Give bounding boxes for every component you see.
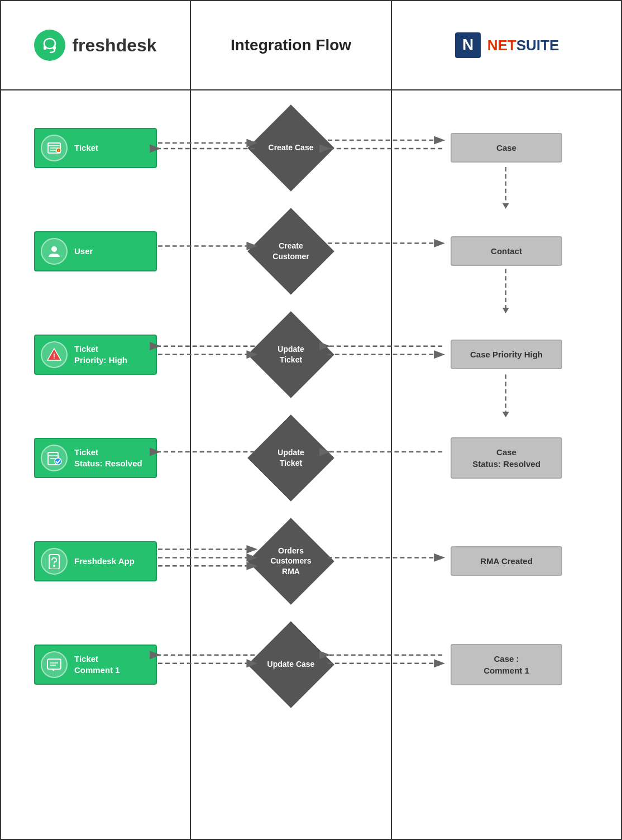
ticket-icon: ! — [46, 140, 62, 156]
diamond-orders-rma: OrdersCustomersRMA — [252, 517, 330, 606]
integration-flow-col: Integration Flow — [191, 1, 392, 89]
ns-rma-created: RMA Created — [451, 546, 562, 576]
netsuite-icon: N — [454, 31, 482, 59]
freshdesk-app-label: Freshdesk App — [74, 556, 135, 567]
user-icon-circle — [41, 238, 68, 265]
freshdesk-logo: freshdesk — [34, 30, 156, 61]
ticket-resolved-label: TicketStatus: Resolved — [74, 447, 142, 469]
fd-user-item: User — [34, 231, 157, 271]
left-row-4: TicketStatus: Resolved — [1, 406, 190, 509]
svg-point-17 — [55, 458, 61, 465]
app-icon — [46, 553, 62, 569]
diagram-container: freshdesk Integration Flow N NETSUITE — [0, 0, 622, 840]
ticket-icon-circle: ! — [41, 135, 68, 161]
update-ticket-2-label: UpdateTicket — [277, 447, 304, 467]
body-right-col: Case Contact Case Priority High CaseStat… — [392, 90, 621, 839]
ticket-priority-label: TicketPriority: High — [74, 343, 127, 365]
warning-icon-circle: ! — [41, 341, 68, 368]
warning-icon: ! — [46, 347, 62, 362]
ns-case-comment: Case :Comment 1 — [451, 644, 562, 685]
right-row-4: CaseStatus: Resolved — [392, 406, 621, 509]
right-row-6: Case :Comment 1 — [392, 613, 621, 716]
svg-point-11 — [51, 246, 57, 252]
svg-text:N: N — [462, 36, 473, 53]
netsuite-net-label: NET — [487, 37, 516, 54]
comment-icon — [46, 657, 62, 672]
orders-rma-label: OrdersCustomersRMA — [270, 546, 311, 576]
left-row-2: User — [1, 199, 190, 303]
left-row-5: Freshdesk App — [1, 509, 190, 613]
right-row-3: Case Priority High — [392, 303, 621, 406]
resolved-icon — [46, 450, 62, 466]
body-left-col: ! Ticket User — [1, 90, 191, 839]
diamond-update-ticket-2: UpdateTicket — [252, 419, 330, 497]
right-row-2: Contact — [392, 199, 621, 303]
fd-ticket-item: ! Ticket — [34, 128, 157, 168]
integration-flow-title: Integration Flow — [231, 35, 351, 55]
diamond-create-case: Create Case — [252, 109, 330, 187]
create-case-label: Create Case — [269, 142, 314, 152]
diamond-create-customer: CreateCustomer — [252, 212, 330, 290]
left-row-1: ! Ticket — [1, 96, 190, 199]
svg-text:!: ! — [53, 352, 55, 360]
svg-marker-22 — [51, 669, 54, 671]
svg-point-20 — [54, 562, 55, 564]
svg-rect-2 — [53, 46, 56, 50]
right-row-5: RMA Created — [392, 509, 621, 613]
left-row-6: TicketComment 1 — [1, 613, 190, 716]
comment-icon-circle — [41, 651, 68, 678]
body-section: ! Ticket User — [1, 90, 621, 839]
freshdesk-icon — [34, 30, 65, 61]
right-row-1: Case — [392, 96, 621, 199]
center-row-5: OrdersCustomersRMA — [191, 509, 391, 613]
ns-contact: Contact — [451, 236, 562, 266]
create-customer-label: CreateCustomer — [272, 241, 309, 261]
fd-ticket-resolved-item: TicketStatus: Resolved — [34, 438, 157, 478]
update-case-label: Update Case — [267, 659, 315, 669]
fd-ticket-priority-item: ! TicketPriority: High — [34, 335, 157, 375]
user-icon — [46, 244, 62, 259]
svg-text:!: ! — [58, 150, 59, 153]
ns-case-status-resolved: CaseStatus: Resolved — [451, 437, 562, 479]
user-label: User — [74, 246, 93, 257]
app-icon-circle — [41, 548, 68, 575]
fd-app-item: Freshdesk App — [34, 541, 157, 581]
ticket-label: Ticket — [74, 142, 98, 154]
ns-case: Case — [451, 133, 562, 163]
netsuite-logo: N NETSUITE — [454, 31, 559, 59]
netsuite-logo-col: N NETSUITE — [392, 1, 621, 89]
center-row-3: UpdateTicket — [191, 303, 391, 406]
svg-point-19 — [53, 565, 55, 567]
ticket-comment-label: TicketComment 1 — [74, 653, 120, 675]
ns-case-priority-high: Case Priority High — [451, 340, 562, 369]
headset-icon — [41, 36, 59, 54]
diamond-update-ticket-1: UpdateTicket — [252, 316, 330, 394]
freshdesk-label: freshdesk — [72, 35, 156, 56]
svg-rect-21 — [47, 659, 61, 669]
diamond-update-case: Update Case — [252, 626, 330, 704]
center-row-2: CreateCustomer — [191, 199, 391, 303]
freshdesk-logo-col: freshdesk — [1, 1, 191, 89]
netsuite-suite-label: SUITE — [516, 37, 559, 54]
resolved-icon-circle — [41, 445, 68, 471]
center-row-6: Update Case — [191, 613, 391, 716]
fd-comment-item: TicketComment 1 — [34, 645, 157, 685]
center-row-1: Create Case — [191, 96, 391, 199]
center-row-4: UpdateTicket — [191, 406, 391, 509]
left-row-3: ! TicketPriority: High — [1, 303, 190, 406]
update-ticket-1-label: UpdateTicket — [277, 344, 304, 364]
header-row: freshdesk Integration Flow N NETSUITE — [1, 1, 621, 90]
body-center-col: Create Case CreateCustomer UpdateTicket — [191, 90, 392, 839]
svg-rect-1 — [44, 46, 46, 50]
